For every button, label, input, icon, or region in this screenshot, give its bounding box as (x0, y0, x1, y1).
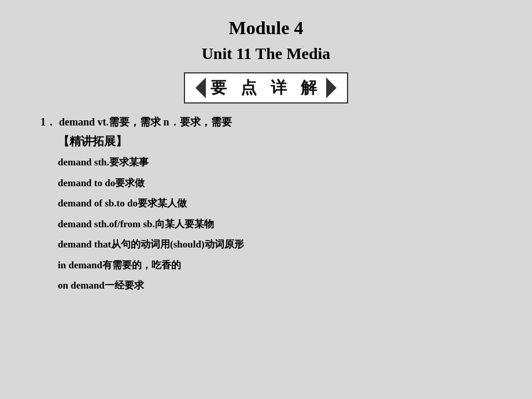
sub-item-5: demand that从句的动词用(should)动词原形 (58, 237, 497, 252)
item-number-1: 1． (40, 115, 57, 129)
banner-arrow-right-icon (326, 77, 337, 98)
jing-jiang-label: 【精讲拓展】 (58, 134, 497, 149)
banner-wrapper: 要 点 详 解 (35, 72, 497, 104)
unit-title: Unit 11 The Media (35, 45, 497, 63)
sub-item-3: demand of sb.to do要求某人做 (58, 196, 497, 211)
banner-text: 要 点 详 解 (210, 77, 321, 99)
sub-item-2: demand to do要求做 (58, 176, 497, 191)
banner-arrow-left-icon (195, 77, 206, 98)
sub-item-6: in demand有需要的，吃香的 (58, 258, 497, 273)
sub-item-4: demand sth.of/from sb.向某人要某物 (58, 217, 497, 232)
banner: 要 点 详 解 (184, 72, 348, 104)
module-title: Module 4 (35, 17, 497, 39)
sub-item-7: on demand一经要求 (58, 278, 497, 293)
content-section: 1． demand vt.需要，需求 n．要求，需要 【精讲拓展】 demand… (35, 115, 497, 293)
sub-item-1: demand sth.要求某事 (58, 155, 497, 170)
page-container: Module 4 Unit 11 The Media 要 点 详 解 1． de… (0, 0, 532, 399)
item-row-1: 1． demand vt.需要，需求 n．要求，需要 (40, 115, 497, 129)
item-main-1: demand vt.需要，需求 n．要求，需要 (59, 115, 232, 129)
